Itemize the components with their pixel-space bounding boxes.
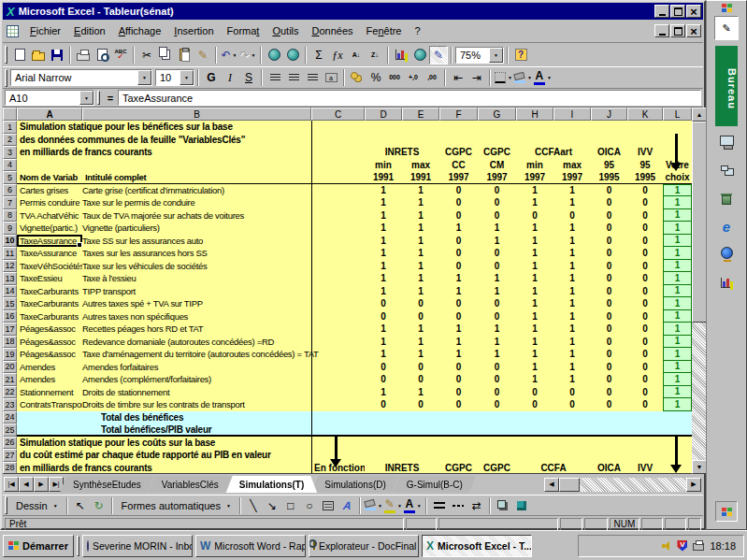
cell-D17[interactable]: 1 <box>365 323 402 336</box>
cell-C15[interactable] <box>311 297 365 310</box>
rectangle-icon[interactable]: □ <box>281 496 300 515</box>
select-objects-icon[interactable]: ↖ <box>71 496 90 515</box>
new-note-button[interactable]: ✎ <box>714 16 739 40</box>
cell-A8[interactable]: TVA AchatVéhic <box>17 209 82 223</box>
cell-G11[interactable]: 0 <box>478 247 516 260</box>
currency-icon[interactable] <box>348 68 366 87</box>
tab-variablescl-s[interactable]: VariablesClés <box>149 476 232 493</box>
cell-C9[interactable] <box>311 222 365 235</box>
font-size-combo[interactable]: 10 ▼ <box>155 69 194 86</box>
row-header-22[interactable]: 22 <box>3 386 17 399</box>
map-icon[interactable] <box>410 46 429 65</box>
study-group-label[interactable]: INRETS <box>365 462 439 475</box>
row-header-4[interactable]: 4 <box>3 159 17 172</box>
cell-B9[interactable]: Vignette (particuliers) <box>82 222 311 235</box>
free-rotate-icon[interactable]: ↻ <box>90 496 108 515</box>
cell-F17[interactable]: 1 <box>439 323 478 336</box>
column-header-D[interactable]: D <box>365 108 402 121</box>
cell-E19[interactable]: 1 <box>402 348 439 361</box>
font-color-icon[interactable]: A▼ <box>403 496 423 515</box>
cell-F9[interactable]: 1 <box>439 222 478 235</box>
autosum-icon[interactable]: Σ <box>309 46 328 65</box>
cell-H10[interactable]: 1 <box>516 235 553 248</box>
cell-D6[interactable]: 1 <box>365 184 402 197</box>
cell-H20[interactable]: 1 <box>516 361 553 374</box>
study-year-label[interactable]: 1991 <box>365 171 402 183</box>
study-group-label[interactable]: OICA <box>591 462 627 475</box>
cell-F18[interactable]: 1 <box>439 336 478 349</box>
cell-D16[interactable]: 0 <box>365 310 402 323</box>
cell-E16[interactable]: 0 <box>402 310 439 323</box>
edit-formula-button[interactable]: = <box>103 91 118 106</box>
study-group-label[interactable]: CCFAart <box>516 146 591 159</box>
col-b-title[interactable]: Intitulé complet <box>82 171 311 183</box>
menu-item-4[interactable]: Format <box>221 22 266 39</box>
cell-J20[interactable]: 0 <box>591 361 627 374</box>
menu-item-1[interactable]: Edition <box>67 22 112 39</box>
cell-E7[interactable]: 1 <box>402 196 439 209</box>
scroll-right-icon[interactable]: ▶ <box>686 478 701 492</box>
cell-C14[interactable] <box>311 285 365 298</box>
cell-F10[interactable]: 0 <box>439 235 478 248</box>
cell-D10[interactable]: 1 <box>365 235 402 248</box>
antivirus-shield-icon[interactable]: V <box>677 540 687 552</box>
menu-item-6[interactable]: Données <box>306 22 360 39</box>
cell-K9[interactable]: 0 <box>627 222 663 235</box>
cell-L10[interactable]: 1 <box>663 235 692 248</box>
cell-A22[interactable]: Stationnement <box>17 386 82 399</box>
cell-I7[interactable]: 1 <box>553 196 591 209</box>
cell-J14[interactable]: 0 <box>591 285 627 298</box>
study-sub-label[interactable]: CC <box>439 159 478 172</box>
restore-button[interactable] <box>670 5 685 18</box>
row-header-11[interactable]: 11 <box>3 247 17 260</box>
study-group-label[interactable]: IVV <box>627 462 663 475</box>
arrow-style-icon[interactable]: ⇄ <box>467 496 486 515</box>
column-header-C[interactable]: C <box>311 108 365 121</box>
save-icon[interactable] <box>48 46 66 65</box>
tab-prev-icon[interactable]: ◀ <box>19 477 34 492</box>
new-document-icon[interactable] <box>10 46 29 65</box>
cell-L15[interactable]: 1 <box>663 297 692 310</box>
cell-B13[interactable]: Taxe à l'essieu <box>82 272 311 285</box>
study-year-label[interactable]: 1997 <box>553 171 591 183</box>
cell-H6[interactable]: 1 <box>516 184 553 197</box>
cell-G20[interactable]: 0 <box>478 361 516 374</box>
decrease-indent-icon[interactable]: ⇤ <box>449 68 467 87</box>
cell-G21[interactable]: 0 <box>478 373 516 386</box>
cell-I9[interactable]: 1 <box>553 222 591 235</box>
row-header-3[interactable]: 3 <box>3 146 17 159</box>
cell-A17[interactable]: Péages&assoc <box>17 323 82 336</box>
row-header-24[interactable]: 24 <box>3 411 17 424</box>
choice-header[interactable]: choix <box>663 171 692 183</box>
row-header-10[interactable]: 10 <box>3 235 17 248</box>
cell-E6[interactable]: 1 <box>402 184 439 197</box>
cell-C16[interactable] <box>311 310 365 323</box>
task-button-3[interactable]: XMicrosoft Excel - T... <box>422 535 532 557</box>
cell-J16[interactable]: 0 <box>591 310 627 323</box>
cell-K13[interactable]: 0 <box>627 272 663 285</box>
cell-K18[interactable]: 0 <box>627 336 663 349</box>
cell-K23[interactable]: 0 <box>627 398 663 411</box>
cell-I19[interactable]: 1 <box>553 348 591 361</box>
cell-F23[interactable]: 0 <box>439 398 478 411</box>
cell-F11[interactable]: 0 <box>439 247 478 260</box>
cell-K17[interactable]: 0 <box>627 323 663 336</box>
cell-A16[interactable]: TaxeCarburants <box>17 310 82 323</box>
cell-J7[interactable]: 0 <box>591 196 627 209</box>
study-sub-label[interactable]: 95 <box>591 159 627 172</box>
cell-G6[interactable]: 0 <box>478 184 516 197</box>
tab-g-simul-b-c-[interactable]: G-Simul(B-C) <box>394 476 476 493</box>
cell-F8[interactable]: 0 <box>439 209 478 223</box>
formula-bar-divider[interactable] <box>97 91 100 105</box>
cell-G10[interactable]: 1 <box>478 235 516 248</box>
cell-D12[interactable]: 1 <box>365 260 402 273</box>
cell-I13[interactable]: 1 <box>553 272 591 285</box>
menu-item-0[interactable]: Fichier <box>23 22 67 39</box>
chevron-down-icon[interactable]: ▼ <box>137 70 151 85</box>
zoom-combo[interactable]: 75% ▼ <box>455 47 504 64</box>
row-header-13[interactable]: 13 <box>3 272 17 285</box>
cell-D15[interactable]: 0 <box>365 297 402 310</box>
row-header-1[interactable]: 1 <box>3 121 17 134</box>
cell-A15[interactable]: TaxeCarburants <box>17 297 82 310</box>
cell-A10[interactable]: TaxeAssurance <box>17 235 82 248</box>
